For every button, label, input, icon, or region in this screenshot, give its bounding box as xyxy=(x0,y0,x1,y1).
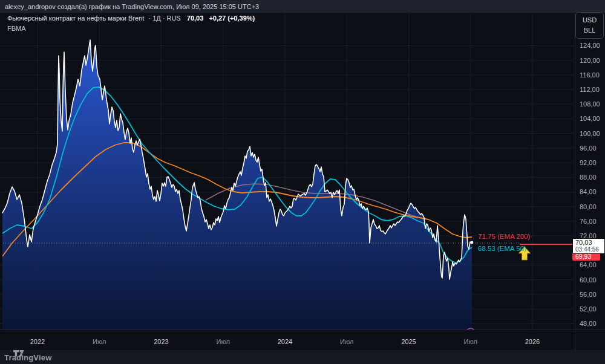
time-tick-label: 2024 xyxy=(267,338,303,345)
price-tick-label: 116,00 xyxy=(580,71,600,79)
scale-corner xyxy=(575,330,605,350)
price-tick-label: 60,00 xyxy=(580,276,597,284)
time-tick-label: 2023 xyxy=(143,338,180,345)
legend-symbol-row[interactable]: Фьючерсный контракт на нефть марки Brent… xyxy=(7,15,255,22)
price-tick-label: 80,00 xyxy=(580,203,597,210)
chart-canvas[interactable] xyxy=(0,0,605,364)
current-price-box[interactable]: 70,03 03:44:56 xyxy=(572,238,605,254)
price-tick-label: 96,00 xyxy=(580,145,597,152)
price-tick-label: 108,00 xyxy=(580,100,600,108)
time-tick-label: 2022 xyxy=(19,338,56,345)
symbol-meta: · 1Д · RUS xyxy=(148,15,180,22)
price-tick-label: 48,00 xyxy=(580,320,597,327)
price-tick-label: 64,00 xyxy=(580,261,597,268)
chart-legend: Фьючерсный контракт на нефть марки Brent… xyxy=(7,15,255,32)
price-tick-label: 52,00 xyxy=(580,305,597,313)
time-tick-label: 2025 xyxy=(391,338,427,345)
price-tick-label: 76,00 xyxy=(580,218,597,225)
price-tick-label: 92,00 xyxy=(580,159,597,166)
tradingview-chart-snapshot: alexey_andropov создал(а) график на Trad… xyxy=(0,0,605,364)
price-tick-label: 120,00 xyxy=(580,57,600,64)
price-tick-label: 88,00 xyxy=(580,174,597,181)
current-price-value: 70,03 xyxy=(575,239,604,246)
time-tick-label: Июл xyxy=(329,338,365,345)
price-tick-label: 84,00 xyxy=(580,188,597,195)
time-tick-label: Июл xyxy=(453,338,489,345)
last-price-value: 70,03 xyxy=(187,15,204,22)
price-scale[interactable]: 124,00120,00116,00112,00108,00104,00100,… xyxy=(575,13,605,330)
price-tick-label: 104,00 xyxy=(580,115,600,122)
ema200-price-label: 71.75 (EMA 200) xyxy=(478,233,530,240)
unit-label[interactable]: BLL xyxy=(584,27,596,34)
time-tick-label: Июл xyxy=(205,338,241,345)
bar-close-countdown: 03:44:56 xyxy=(575,247,604,253)
tradingview-logo-icon[interactable] xyxy=(13,350,24,357)
time-tick-label: Июл xyxy=(81,338,117,345)
price-tick-label: 100,00 xyxy=(580,130,600,137)
ema50-price-label: 68.53 (EMA 50) xyxy=(478,245,526,252)
area-fill xyxy=(2,40,472,330)
price-change-value: +0,27 (+0,39%) xyxy=(209,15,255,22)
price-tick-label: 112,00 xyxy=(580,86,600,93)
price-tick-label: 124,00 xyxy=(580,42,600,49)
price-tick-label: 56,00 xyxy=(580,291,597,298)
legend-indicator-row[interactable]: FBMA xyxy=(7,25,255,32)
last-price-dot xyxy=(471,241,474,244)
currency-label[interactable]: USD xyxy=(583,17,597,24)
time-tick-label: 2026 xyxy=(514,338,551,345)
symbol-title: Фьючерсный контракт на нефть марки Brent xyxy=(7,15,144,22)
time-scale[interactable]: 2022Июл2023Июл2024Июл2025Июл2026 xyxy=(0,330,575,350)
currency-unit-toggle[interactable]: USD BLL xyxy=(575,12,604,39)
